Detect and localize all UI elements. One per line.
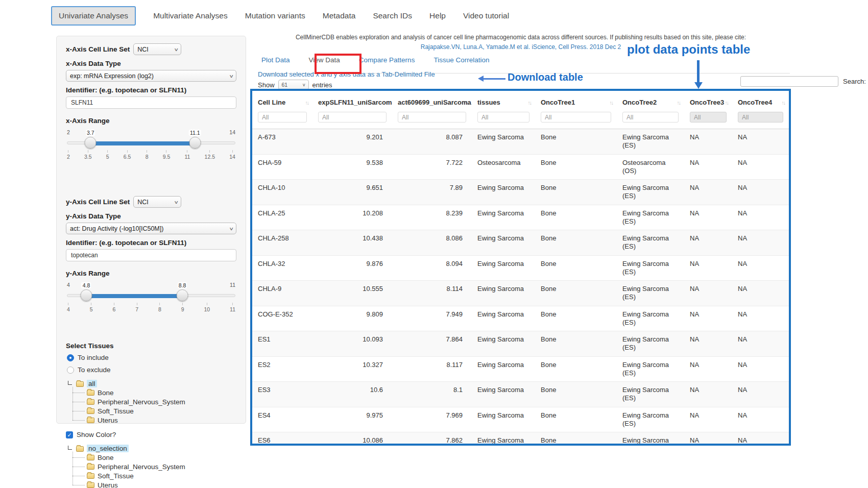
tree-node-soft-tissue[interactable]: Soft_Tissue bbox=[80, 471, 236, 480]
col-header-cell-line[interactable]: ↑↓Cell Line bbox=[252, 91, 312, 111]
y-identifier-input[interactable] bbox=[66, 249, 236, 261]
to-exclude-radio[interactable] bbox=[67, 367, 74, 374]
filter-tissues[interactable] bbox=[477, 112, 529, 123]
entries-count-select[interactable]: 61 v bbox=[278, 80, 309, 90]
table-cell: NA bbox=[732, 306, 789, 331]
x-axis-data-type-select[interactable]: exp: mRNA Expression (log2) v bbox=[66, 70, 236, 82]
tree-node-no-selection[interactable]: no_selection bbox=[68, 445, 236, 452]
col-header-oncotree1[interactable]: ↑↓OncoTree1 bbox=[535, 91, 617, 111]
table-cell: 8.087 bbox=[392, 129, 472, 155]
plot-data-points-annotation: plot data points table bbox=[627, 42, 750, 57]
nav-tab-video-tutorial[interactable]: Video tutorial bbox=[463, 7, 509, 25]
tree-node-peripheral-nervous-system[interactable]: Peripheral_Nervous_System bbox=[80, 397, 236, 406]
table-row[interactable]: CHLA-910.5558.114Ewing SarcomaBoneEwing … bbox=[252, 281, 789, 306]
tab-plot-data[interactable]: Plot Data bbox=[261, 56, 290, 64]
table-row[interactable]: ES210.3278.117Ewing SarcomaBoneEwing Sar… bbox=[252, 356, 789, 382]
table-row[interactable]: ES610.0867.862Ewing SarcomaBoneEwing Sar… bbox=[252, 432, 789, 446]
tree-node-soft-tissue[interactable]: Soft_Tissue bbox=[80, 406, 236, 416]
table-cell: 9.201 bbox=[312, 129, 392, 155]
search-input[interactable] bbox=[740, 76, 838, 87]
col-header-expslfn11[interactable]: ↑↓expSLFN11_uniSarcoma bbox=[312, 91, 392, 111]
y-range-high-handle[interactable]: 8.8 bbox=[177, 289, 188, 301]
filter-oncotree3[interactable] bbox=[690, 112, 727, 123]
tree-node-bone[interactable]: Bone bbox=[80, 453, 236, 462]
filter-oncotree4[interactable] bbox=[738, 112, 783, 123]
x-range-low-handle[interactable]: 3.7 bbox=[85, 137, 97, 149]
col-header-act609699[interactable]: ↑↓act609699_uniSarcoma bbox=[392, 91, 472, 111]
table-cell: NA bbox=[684, 306, 732, 331]
sort-icon[interactable]: ↑↓ bbox=[305, 100, 309, 106]
table-row[interactable]: CHLA-2510.2088.239Ewing SarcomaBoneEwing… bbox=[252, 205, 789, 230]
sort-icon[interactable]: ↑↓ bbox=[782, 100, 785, 106]
table-row[interactable]: COG-E-3529.8097.949Ewing SarcomaBoneEwin… bbox=[252, 306, 789, 331]
col-header-tissues[interactable]: ↑↓tissues bbox=[472, 91, 535, 111]
table-cell: NA bbox=[732, 432, 789, 446]
tree-node-uterus[interactable]: Uterus bbox=[80, 480, 236, 488]
show-color-checkbox[interactable]: ✓ bbox=[66, 431, 73, 438]
table-cell: Bone bbox=[535, 281, 617, 306]
x-axis-range-label: x-Axis Range bbox=[66, 117, 236, 125]
sort-icon[interactable]: ↑↓ bbox=[725, 100, 729, 106]
sort-icon[interactable]: ↑↓ bbox=[528, 100, 532, 106]
col-header-oncotree4[interactable]: ↑↓OncoTree4 bbox=[732, 91, 789, 111]
nav-tab-metadata[interactable]: Metadata bbox=[323, 7, 356, 25]
y-range-low-handle[interactable]: 4.8 bbox=[80, 289, 92, 301]
filter-cell-line[interactable] bbox=[258, 112, 307, 123]
x-range-high-handle[interactable]: 11.1 bbox=[189, 137, 201, 149]
chevron-down-icon: v bbox=[230, 74, 233, 79]
filter-oncotree1[interactable] bbox=[541, 112, 611, 123]
nav-tab-mutation-variants[interactable]: Mutation variants bbox=[245, 7, 305, 25]
filter-act609699[interactable] bbox=[398, 112, 466, 123]
col-header-oncotree2[interactable]: ↑↓OncoTree2 bbox=[617, 91, 684, 111]
slider-tick-label: 9 bbox=[181, 303, 184, 312]
table-cell: NA bbox=[732, 230, 789, 256]
tree-node-peripheral-nervous-system[interactable]: Peripheral_Nervous_System bbox=[80, 462, 236, 471]
tree-node-all[interactable]: all bbox=[68, 380, 236, 387]
slider-selected-range[interactable] bbox=[90, 141, 195, 145]
slider-selected-range[interactable] bbox=[86, 294, 182, 298]
x-axis-data-type-value: exp: mRNA Expression (log2) bbox=[70, 72, 154, 80]
tree-elbow-icon bbox=[68, 446, 72, 450]
col-header-oncotree3[interactable]: ↑↓OncoTree3 bbox=[684, 91, 732, 111]
table-row[interactable]: CHA-599.5387.722OsteosarcomaBoneOsteosar… bbox=[252, 154, 789, 180]
slider-tick-label: 6.5 bbox=[124, 150, 131, 160]
nav-tab-search-ids[interactable]: Search IDs bbox=[373, 7, 412, 25]
folder-icon bbox=[87, 418, 94, 423]
table-cell: NA bbox=[684, 356, 732, 382]
table-filter-row bbox=[252, 111, 789, 129]
table-row[interactable]: ES110.0937.864Ewing SarcomaBoneEwing Sar… bbox=[252, 331, 789, 357]
y-axis-cell-line-set-select[interactable]: NCI v bbox=[133, 196, 181, 208]
folder-icon bbox=[87, 473, 94, 479]
y-axis-data-type-select[interactable]: act: Drug Activity (-log10[IC50M]) v bbox=[66, 223, 236, 234]
chevron-down-icon: v bbox=[303, 82, 305, 87]
x-identifier-input[interactable] bbox=[66, 96, 236, 109]
table-row[interactable]: CHLA-329.8768.094Ewing SarcomaBoneEwing … bbox=[252, 255, 789, 281]
table-row[interactable]: ES49.9757.969Ewing SarcomaBoneEwing Sarc… bbox=[252, 407, 789, 432]
filter-expslfn11[interactable] bbox=[318, 112, 387, 123]
table-row[interactable]: ES310.68.1Ewing SarcomaBoneEwing Sarcoma… bbox=[252, 382, 789, 407]
show-color-label: Show Color? bbox=[77, 431, 116, 438]
filter-oncotree2[interactable] bbox=[622, 112, 679, 123]
tab-compare-patterns[interactable]: Compare Patterns bbox=[359, 56, 415, 64]
nav-tab-help[interactable]: Help bbox=[429, 7, 446, 25]
slider-tick-label: 4 bbox=[67, 303, 70, 312]
sort-icon[interactable]: ↑↓ bbox=[610, 100, 613, 106]
x-axis-cell-line-set-select[interactable]: NCI v bbox=[133, 43, 181, 55]
tree-node-uterus[interactable]: Uterus bbox=[80, 416, 236, 425]
table-row[interactable]: A-6739.2018.087Ewing SarcomaBoneEwing Sa… bbox=[252, 129, 789, 155]
table-cell: Ewing Sarcoma (ES) bbox=[617, 230, 684, 256]
folder-icon bbox=[87, 399, 94, 405]
table-cell: NA bbox=[684, 180, 732, 205]
tree-node-bone[interactable]: Bone bbox=[80, 388, 236, 397]
sort-icon[interactable]: ↑↓ bbox=[677, 100, 681, 106]
nav-tab-univariate-analyses[interactable]: Univariate Analyses bbox=[51, 6, 136, 26]
to-include-radio[interactable] bbox=[67, 354, 74, 361]
tree-root-label: all bbox=[87, 380, 97, 387]
tab-tissue-correlation[interactable]: Tissue Correlation bbox=[433, 56, 489, 64]
entries-label: entries bbox=[312, 81, 332, 89]
nav-tab-multivariate-analyses[interactable]: Multivariate Analyses bbox=[153, 7, 228, 25]
table-cell: ES6 bbox=[252, 432, 312, 446]
table-cell: Bone bbox=[535, 255, 617, 281]
table-row[interactable]: CHLA-109.6517.89Ewing SarcomaBoneEwing S… bbox=[252, 180, 789, 205]
table-row[interactable]: CHLA-25810.4388.086Ewing SarcomaBoneEwin… bbox=[252, 230, 789, 256]
